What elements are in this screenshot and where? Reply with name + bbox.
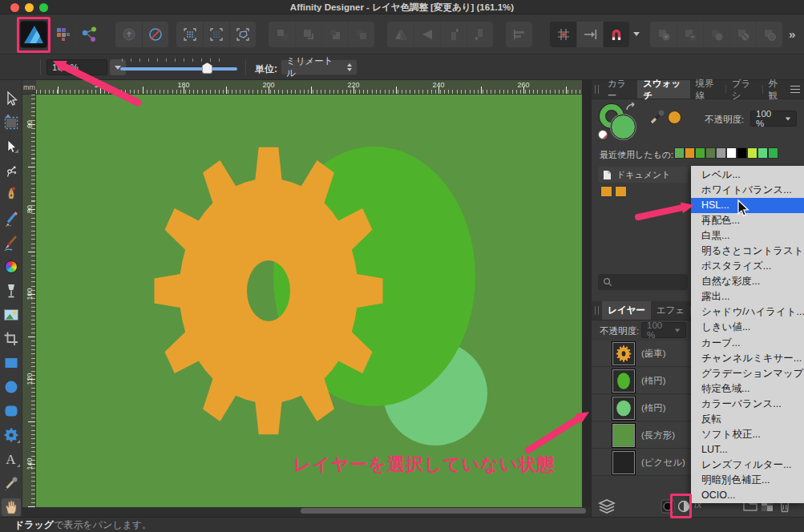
flip-horizontal-button[interactable]	[387, 22, 414, 47]
marquee-dots-button[interactable]	[176, 22, 203, 47]
menu-item-vibrance[interactable]: 自然な彩度...	[691, 274, 804, 289]
boolean-subtract-button[interactable]	[677, 22, 703, 47]
tab-stroke[interactable]: 境界線	[690, 80, 725, 99]
menu-item-posterize[interactable]: ポスタライズ...	[691, 259, 804, 274]
tab-effects[interactable]: エフェ	[651, 301, 690, 320]
menu-item-levels[interactable]: レベル...	[691, 167, 804, 183]
place-image-tool[interactable]	[2, 306, 21, 324]
tab-brushes[interactable]: ブラシ	[726, 80, 762, 99]
ellipse-tool[interactable]	[2, 378, 21, 396]
tab-swatches[interactable]: スウォッチ	[637, 80, 690, 99]
zoom-slider-track[interactable]	[120, 67, 237, 71]
menu-item-brightness-contrast[interactable]: 明るさとコントラスト...	[691, 244, 804, 259]
crop-tool[interactable]	[2, 330, 21, 348]
menu-item-hsl[interactable]: HSL...	[691, 198, 804, 213]
menu-item-gradient-map[interactable]: グラデーションマップ...	[691, 366, 804, 381]
recent-swatch[interactable]	[758, 147, 768, 159]
menu-item-invert[interactable]: 反転	[691, 412, 804, 427]
opacity-select[interactable]: 100 %	[750, 111, 797, 127]
recent-swatch[interactable]	[685, 147, 695, 159]
adjustment-icon[interactable]	[677, 499, 691, 514]
recent-swatch[interactable]	[716, 147, 726, 159]
menu-item-exposure[interactable]: 露出...	[691, 289, 804, 304]
cog-shape-tool[interactable]	[2, 426, 21, 444]
text-tool[interactable]: A	[2, 450, 21, 468]
boolean-intersect-button[interactable]	[703, 22, 729, 47]
panel-drag-handle[interactable]	[595, 306, 599, 315]
boolean-divide-button[interactable]	[729, 22, 756, 47]
menu-item-split-toning[interactable]: 明暗別色補正...	[691, 473, 804, 488]
tab-appearance[interactable]: 外観	[763, 80, 790, 99]
move-to-back-button[interactable]	[348, 22, 374, 47]
swatch-search-field[interactable]	[598, 274, 688, 290]
grid-snap-button[interactable]	[550, 22, 576, 47]
insert-inside-button[interactable]	[115, 22, 142, 47]
color-mosaic-button[interactable]	[50, 22, 76, 47]
rotate-cw-button[interactable]	[467, 22, 493, 47]
tab-color[interactable]: カラー	[602, 80, 638, 99]
mask-icon[interactable]	[661, 499, 675, 514]
vector-fill-tool[interactable]	[2, 258, 21, 276]
menu-item-lens-filter[interactable]: レンズフィルター...	[691, 457, 804, 473]
minimize-window-button[interactable]	[25, 3, 34, 12]
menu-item-soft-proof[interactable]: ソフト校正...	[691, 427, 804, 442]
marquee-lasso-button[interactable]	[229, 22, 256, 47]
fill-color-well[interactable]	[611, 115, 636, 139]
boolean-add-button[interactable]	[650, 22, 677, 47]
marquee-dots-dim-button[interactable]	[203, 22, 229, 47]
menu-item-recolor[interactable]: 再配色...	[691, 213, 804, 228]
move-tool[interactable]	[2, 90, 21, 107]
menu-item-selective-color[interactable]: 特定色域...	[691, 381, 804, 397]
zoom-value-field[interactable]: 161 %	[46, 59, 107, 75]
color-eyedropper-icon[interactable]	[648, 107, 667, 127]
boolean-combine-button[interactable]	[756, 22, 782, 47]
close-window-button[interactable]	[10, 3, 19, 12]
unit-select[interactable]: ミリメートル	[281, 59, 358, 75]
insert-replace-button[interactable]	[142, 22, 168, 47]
move-forward-button[interactable]	[295, 22, 321, 47]
pen-tool[interactable]	[2, 186, 21, 204]
picked-color-dot[interactable]	[668, 111, 681, 124]
document-canvas[interactable]	[36, 95, 582, 507]
menu-item-black-and-white[interactable]: 白黒...	[691, 228, 804, 244]
point-transform-tool[interactable]	[2, 162, 21, 179]
menu-item-white-balance[interactable]: ホワイトバランス...	[691, 183, 804, 198]
menu-item-curves[interactable]: カーブ...	[691, 336, 804, 351]
rotate-ccw-button[interactable]	[440, 22, 467, 47]
document-swatch[interactable]	[600, 186, 612, 197]
snapping-dropdown-button[interactable]	[629, 22, 644, 47]
panel-drag-handle[interactable]	[595, 85, 599, 94]
swatch-category-select[interactable]: ドキュメント	[598, 167, 688, 183]
menu-item-threshold[interactable]: しきい値...	[691, 320, 804, 335]
recent-swatch[interactable]	[737, 147, 747, 159]
share-nodes-button[interactable]	[76, 22, 103, 47]
panel-menu-icon[interactable]	[790, 83, 800, 95]
toolbar-overflow-button[interactable]: »	[789, 27, 795, 41]
swap-colors-icon[interactable]	[625, 102, 638, 113]
alignment-button[interactable]	[506, 22, 532, 47]
no-color-well[interactable]	[598, 130, 608, 139]
node-tool[interactable]	[2, 138, 21, 155]
recent-swatch[interactable]	[705, 147, 716, 159]
move-to-front-button[interactable]	[269, 22, 295, 47]
snap-move-button[interactable]	[576, 22, 603, 47]
rectangle-tool[interactable]	[2, 354, 21, 372]
layers-stack-icon[interactable]	[598, 499, 616, 514]
tab-layers[interactable]: レイヤー	[602, 301, 651, 320]
menu-item-color-balance[interactable]: カラーバランス...	[691, 397, 804, 412]
recent-swatch[interactable]	[768, 147, 778, 159]
rounded-rectangle-tool[interactable]	[2, 402, 21, 420]
view-pan-tool[interactable]	[2, 498, 21, 516]
menu-item-shadows-highlights[interactable]: シャドウ/ハイライト...	[691, 304, 804, 320]
recent-swatch[interactable]	[747, 147, 758, 159]
flip-vertical-button[interactable]	[414, 22, 440, 47]
recent-swatch[interactable]	[726, 147, 737, 159]
recent-swatch[interactable]	[674, 147, 685, 159]
artboard-tool[interactable]	[2, 114, 21, 131]
vector-brush-tool[interactable]	[2, 234, 21, 252]
transparency-tool[interactable]	[2, 282, 21, 300]
app-logo-button[interactable]	[18, 22, 50, 47]
menu-item-channel-mixer[interactable]: チャンネルミキサー...	[691, 351, 804, 366]
recent-swatch[interactable]	[695, 147, 705, 159]
menu-item-lut[interactable]: LUT...	[691, 442, 804, 457]
